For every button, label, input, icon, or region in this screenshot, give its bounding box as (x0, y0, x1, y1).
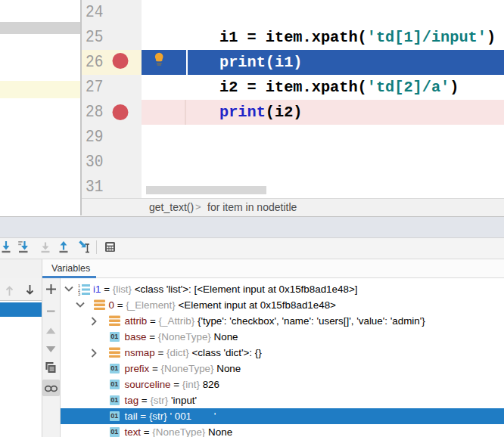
svg-text:3: 3 (78, 292, 80, 296)
